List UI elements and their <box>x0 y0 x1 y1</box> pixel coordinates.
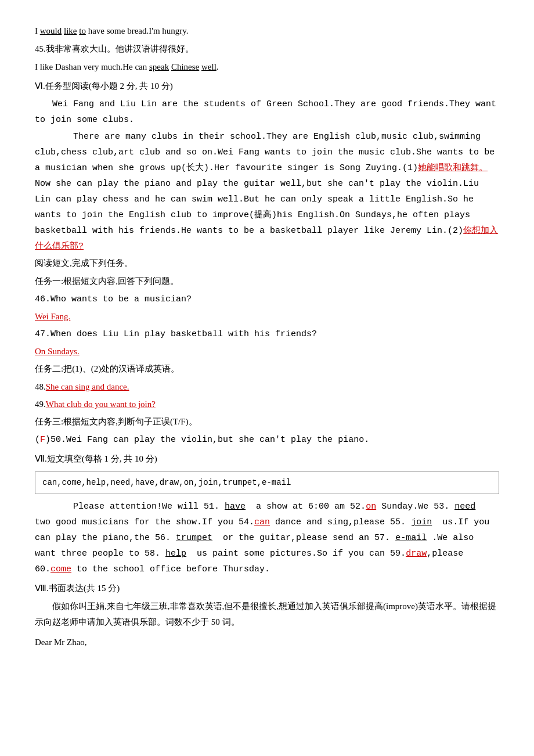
fill-54: can <box>254 517 270 527</box>
task3-header: 任务三:根据短文内容,判断句子正误(T/F)。 <box>35 414 499 430</box>
fill-52: on <box>366 502 376 512</box>
word-to: to <box>79 26 86 35</box>
dear-line: Dear Mr Zhao, <box>35 635 499 650</box>
fill-58: help <box>165 549 186 559</box>
writing-prompt: 假如你叫王娟,来自七年级三班,非常喜欢英语,但不是很擅长,想通过加入英语俱乐部提… <box>35 599 499 630</box>
passage-para2: There are many clubs in their school.The… <box>35 129 499 254</box>
q49-line: 49.What club do you want to join? <box>35 397 499 412</box>
word-speak: speak <box>149 62 169 71</box>
word-bank-box: can,come,help,need,have,draw,on,join,tru… <box>35 471 499 494</box>
q45-chinese: 45.我非常喜欢大山。他讲汉语讲得很好。 <box>35 41 499 57</box>
fill-59: draw <box>406 549 427 559</box>
q47-answer: On Sundays. <box>35 344 499 359</box>
chinese-phrase-1: 她能唱歌和跳舞。 <box>418 163 488 173</box>
q47-question: 47.When does Liu Lin play basketball wit… <box>35 326 499 342</box>
q46-ans-text: Wei Fang. <box>35 312 70 321</box>
q49-ans: What club do you want to join? <box>46 399 156 409</box>
fill-passage: Please attention!We will 51. have a show… <box>35 499 499 577</box>
word-would: would <box>40 26 62 35</box>
passage-para1: Wei Fang and Liu Lin are the students of… <box>35 96 499 128</box>
fill-56: trumpet <box>176 533 212 543</box>
chinese-phrase-2: 你想加入什么俱乐部? <box>35 226 498 251</box>
word-well: well <box>201 62 217 71</box>
section6-header: Ⅵ.任务型阅读(每小题 2 分, 共 10 分) <box>35 78 499 94</box>
q45-english: I like Dashan very much.He can speak Chi… <box>35 59 499 75</box>
q48-line: 48.She can sing and dance. <box>35 379 499 395</box>
fill-57: e-mail <box>395 533 427 543</box>
fill-51: have <box>225 502 246 512</box>
q48-ans: She can sing and dance. <box>46 382 129 391</box>
q46-question: 46.Who wants to be a musician? <box>35 291 499 307</box>
q47-ans-text: On Sundays. <box>35 347 80 356</box>
intro-sentence: I would like to have some bread.I'm hung… <box>35 23 499 39</box>
q50-line: (F)50.Wei Fang can play the violin,but s… <box>35 432 499 448</box>
read-task: 阅读短文,完成下列任务。 <box>35 255 499 271</box>
section8-header: Ⅷ.书面表达(共 15 分) <box>35 581 499 596</box>
word-chinese: Chinese <box>171 62 199 71</box>
section7-header: Ⅶ.短文填空(每格 1 分, 共 10 分) <box>35 451 499 467</box>
fill-53: need <box>454 502 475 512</box>
task1-header: 任务一:根据短文内容,回答下列问题。 <box>35 273 499 289</box>
fill-55: join <box>411 517 432 527</box>
page-content: I would like to have some bread.I'm hung… <box>35 23 499 650</box>
q50-tf: F <box>40 435 45 445</box>
fill-60: come <box>50 564 71 574</box>
q46-answer: Wei Fang. <box>35 309 499 325</box>
task2-header: 任务二:把(1)、(2)处的汉语译成英语。 <box>35 361 499 377</box>
word-like: like <box>64 26 77 35</box>
